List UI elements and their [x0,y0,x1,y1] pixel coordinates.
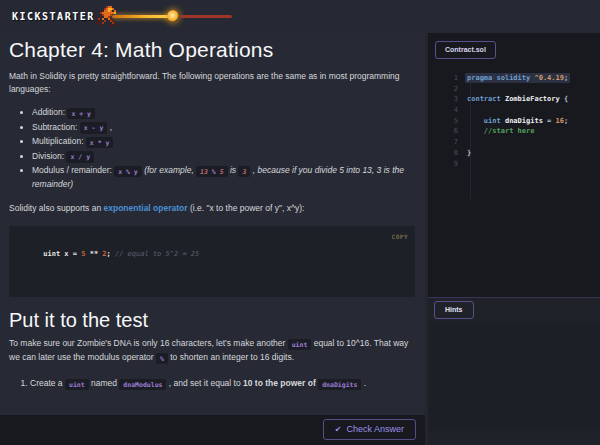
task-steps-list: Create a uint named dnaModulus , and set… [30,377,415,391]
inline-code: uint [65,379,89,391]
lesson-panel: Chapter 4: Math Operations Math in Solid… [0,33,425,445]
editor-lines[interactable]: 1pragma solidity ^0.4.19;23contract Zomb… [428,73,600,169]
text-segment: To make sure our Zombie's DNA is only 16… [9,338,288,348]
editor-line[interactable]: 5 uint dnaDigits = 16; [428,116,600,127]
text-segment: to shorten an integer to 16 digits. [168,352,294,362]
text-segment: Subtraction: [32,122,80,132]
list-item: Create a uint named dnaModulus , and set… [30,377,415,391]
inline-code: uint [288,339,312,351]
text-segment: Addition: [32,107,67,117]
editor-line[interactable]: 6 //start here [428,126,600,137]
text-segment: Solidity also supports an [9,203,104,213]
code-editor[interactable]: Contract.sol 1pragma solidity ^0.4.19;23… [428,33,600,297]
progress-bar-filled [112,15,170,18]
inline-code: dnaModulus [119,379,166,391]
inline-code: 13 % 5 [196,166,228,178]
line-number: 6 [428,126,467,137]
check-icon: ✔ [335,425,342,434]
progress-glow-icon [167,10,179,22]
inline-code: x + y [67,108,95,120]
text-segment: , and set it equal to [166,378,243,388]
code-example-text: uint x = 5 ** 2; // equal to 5^2 = 25 [43,250,199,258]
text-segment: named [89,378,120,388]
line-number: 7 [428,137,467,148]
line-number: 8 [428,148,467,159]
text-segment: Multiplication: [32,136,86,146]
text-segment: , [107,122,112,132]
editor-line[interactable]: 9 [428,159,600,170]
hints-content-panel [428,321,600,431]
text-segment: is [228,165,239,175]
page-title: Chapter 4: Math Operations [9,43,415,56]
tab-hints[interactable]: Hints [434,301,474,319]
editor-line[interactable]: 1pragma solidity ^0.4.19; [428,73,600,84]
editor-line[interactable]: 4 [428,105,600,116]
text-segment: Math in Solidity is pretty straightforwa… [9,71,400,94]
tab-contract-sol[interactable]: Contract.sol [435,41,496,59]
copy-button[interactable]: COPY [392,230,408,243]
editor-line[interactable]: 3contract ZombieFactory { [428,94,600,105]
hints-section: Hints [428,297,600,431]
list-item: Division: x / y [32,150,415,164]
inline-code: dnaDigits [318,379,361,391]
operations-list: Addition: x + ySubtraction: x - y ,Multi… [32,106,415,191]
list-item: Multiplication: x * y [32,135,415,149]
line-number: 4 [428,105,467,116]
line-number: 9 [428,159,467,170]
text-segment: (for example, [142,165,196,175]
list-item: Subtraction: x - y , [32,121,415,135]
list-item: Addition: x + y [32,106,415,120]
editor-column: Contract.sol 1pragma solidity ^0.4.19;23… [428,33,600,445]
text-segment: . [361,378,366,388]
top-header: KICKSTARTER [0,0,600,33]
lesson-footer-bar: ✔Check Answer [0,415,425,445]
line-number: 2 [428,84,467,95]
text-segment: Modulus / remainder: [32,165,114,175]
progress-bar-remaining [180,15,232,18]
editor-line[interactable]: 7 [428,137,600,148]
inline-code: % [156,353,168,365]
exponential-operator-link[interactable]: exponential operator [104,203,188,213]
lesson-content: Chapter 4: Math Operations Math in Solid… [0,33,425,391]
code-example-block: uint x = 5 ** 2; // equal to 5^2 = 25 CO… [9,226,415,297]
lesson-intro-paragraph: Math in Solidity is pretty straightforwa… [9,70,415,96]
editor-line[interactable]: 2 [428,84,600,95]
task-intro-paragraph: To make sure our Zombie's DNA is only 16… [9,337,415,365]
line-number: 1 [428,73,467,84]
inline-code: 3 [238,166,250,178]
kickstarter-logo: KICKSTARTER [12,11,95,22]
line-number: 5 [428,116,467,127]
text-segment: Create a [30,378,65,388]
put-it-to-the-test-heading: Put it to the test [9,314,415,327]
line-number: 3 [428,94,467,105]
editor-line[interactable]: 8} [428,148,600,159]
inline-code: x * y [86,137,114,149]
check-answer-button[interactable]: ✔Check Answer [323,419,416,440]
zombie-sprite-icon [94,6,96,8]
inline-code: x % y [114,166,142,178]
inline-code: x - y [80,122,108,134]
list-item: Modulus / remainder: x % y (for example,… [32,164,415,191]
text-segment: 10 to the power of [243,378,316,388]
exponential-paragraph: Solidity also supports an exponential op… [9,202,415,215]
inline-code: x / y [66,151,94,163]
text-segment: (i.e. "x to the power of y", x^y): [188,203,305,213]
check-answer-label: Check Answer [346,424,404,434]
text-segment: Division: [32,151,66,161]
